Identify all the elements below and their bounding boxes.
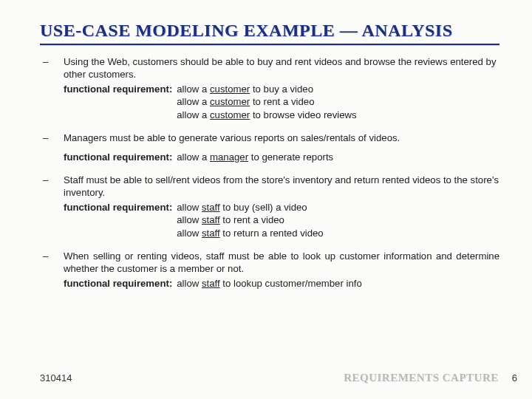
slide-title: USE-CASE MODELING EXAMPLE — ANALYSIS xyxy=(40,21,499,41)
functional-requirement: functional requirement:allow staff to lo… xyxy=(64,277,499,290)
bullet-text: Managers must be able to generate variou… xyxy=(64,132,499,144)
actor: staff xyxy=(202,278,220,289)
bullet-text: When selling or renting videos, staff mu… xyxy=(64,250,499,276)
fr-lines: allow staff to buy (sell) a videoallow s… xyxy=(177,201,323,239)
fr-label: functional requirement: xyxy=(64,277,177,290)
page-number: 6 xyxy=(512,372,517,383)
fr-line: allow staff to lookup customer/member in… xyxy=(177,277,361,290)
actor: staff xyxy=(202,202,220,213)
bullet-content: Staff must be able to sell/rent videos f… xyxy=(64,174,499,239)
footer-right: REQUIREMENTS CAPTURE xyxy=(344,372,499,384)
fr-label: functional requirement: xyxy=(64,151,177,163)
bullet-item: –When selling or renting videos, staff m… xyxy=(40,250,499,290)
actor: staff xyxy=(202,228,220,239)
bullet-dash: – xyxy=(40,55,64,121)
bullet-item: –Using the Web, customers should be able… xyxy=(40,55,499,121)
fr-lines: allow staff to lookup customer/member in… xyxy=(177,277,361,290)
fr-lines: allow a customer to buy a videoallow a c… xyxy=(177,83,356,121)
functional-requirement: functional requirement:allow a manager t… xyxy=(64,151,499,163)
actor: customer xyxy=(210,96,250,107)
bullet-text: Staff must be able to sell/rent videos f… xyxy=(64,174,499,200)
bullet-dash: – xyxy=(40,250,64,290)
functional-requirement: functional requirement:allow a customer … xyxy=(64,83,499,121)
bullet-content: Using the Web, customers should be able … xyxy=(64,55,499,121)
bullet-dash: – xyxy=(40,174,64,239)
fr-label: functional requirement: xyxy=(64,201,177,239)
title-text: USE-CASE MODELING EXAMPLE — ANALYSIS xyxy=(40,21,453,40)
actor: customer xyxy=(210,83,250,95)
bullet-item: –Managers must be able to generate vario… xyxy=(40,132,499,163)
bullet-dash: – xyxy=(40,132,64,163)
actor: manager xyxy=(210,151,248,163)
fr-line: allow a customer to rent a video xyxy=(177,95,356,108)
actor: customer xyxy=(210,109,250,120)
fr-line: allow a manager to generate reports xyxy=(177,151,333,163)
fr-line: allow a customer to browse video reviews xyxy=(177,109,356,121)
fr-line: allow staff to buy (sell) a video xyxy=(177,201,323,214)
footer: 310414 REQUIREMENTS CAPTURE 6 xyxy=(40,372,517,384)
bullet-item: –Staff must be able to sell/rent videos … xyxy=(40,174,499,239)
fr-lines: allow a manager to generate reports xyxy=(177,151,333,163)
fr-line: allow staff to return a rented video xyxy=(177,227,323,239)
slide-body: –Using the Web, customers should be able… xyxy=(40,55,499,290)
footer-left: 310414 xyxy=(40,372,72,383)
functional-requirement: functional requirement:allow staff to bu… xyxy=(64,201,499,239)
fr-line: allow a customer to buy a video xyxy=(177,83,356,95)
bullet-content: When selling or renting videos, staff mu… xyxy=(64,250,499,290)
slide: USE-CASE MODELING EXAMPLE — ANALYSIS –Us… xyxy=(0,0,532,399)
actor: staff xyxy=(202,214,220,225)
bullet-content: Managers must be able to generate variou… xyxy=(64,132,499,163)
fr-label: functional requirement: xyxy=(64,83,177,121)
fr-line: allow staff to rent a video xyxy=(177,214,323,226)
title-rule xyxy=(40,44,499,45)
bullet-text: Using the Web, customers should be able … xyxy=(64,55,499,81)
